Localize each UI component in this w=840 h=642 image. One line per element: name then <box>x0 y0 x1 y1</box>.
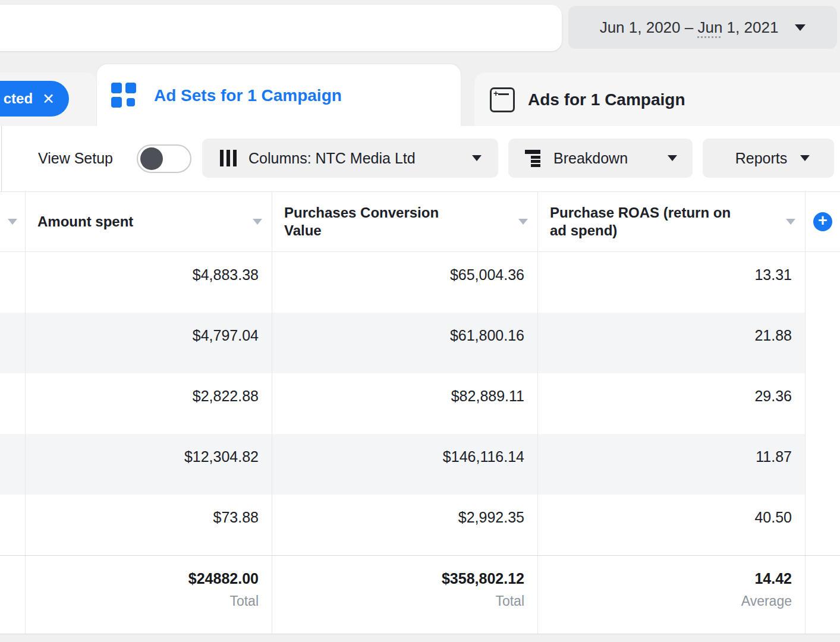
chevron-down-icon <box>668 155 677 161</box>
close-icon[interactable]: ✕ <box>42 90 55 108</box>
toggle-knob <box>140 147 163 170</box>
breakdown-button[interactable]: Breakdown <box>508 139 693 178</box>
purchases-conversion-value: $2,992.35 <box>272 495 538 555</box>
purchases-conversion-value: $146,116.14 <box>272 434 538 495</box>
sort-caret-icon <box>253 219 262 225</box>
date-range-selector[interactable]: Jun 1, 2020 – Jun 1, 2021 <box>568 6 837 49</box>
column-header-purchase-roas[interactable]: Purchase ROAS (return on ad spend) <box>538 192 806 251</box>
columns-button[interactable]: Columns: NTC Media Ltd <box>202 139 498 178</box>
ad-sets-table: Amount spent Purchases Conversion Value … <box>0 191 840 634</box>
tab-ads[interactable]: + Ads for 1 Campaign <box>474 73 840 127</box>
table-row: $4,883.38 $65,004.36 13.31 <box>0 252 840 313</box>
column-header-add: + <box>806 192 840 251</box>
chevron-down-icon <box>800 155 810 161</box>
search-bar[interactable] <box>0 5 562 51</box>
purchases-conversion-value: $65,004.36 <box>272 252 538 313</box>
chevron-down-icon <box>795 24 806 31</box>
columns-button-label: Columns: NTC Media Ltd <box>248 150 416 167</box>
totals-amount-spent: $24882.00 Total <box>26 556 272 634</box>
amount-spent-value: $2,822.88 <box>26 373 272 434</box>
date-range-underlined-word: Jun <box>697 18 722 36</box>
breakdown-icon <box>525 149 543 167</box>
tab-ads-label: Ads for 1 Campaign <box>528 90 685 109</box>
chevron-down-icon <box>472 155 482 161</box>
column-header-purchases-conversion-value[interactable]: Purchases Conversion Value <box>272 192 538 251</box>
column-header-partial[interactable] <box>0 192 26 251</box>
add-column-icon[interactable]: + <box>813 212 832 231</box>
date-range-text: Jun 1, 2020 – Jun 1, 2021 <box>600 18 779 37</box>
purchase-roas-value: 21.88 <box>538 313 806 373</box>
purchases-conversion-value: $61,800.16 <box>272 313 538 373</box>
table-totals-row: $24882.00 Total $358,802.12 Total 14.42 … <box>0 555 840 634</box>
amount-spent-value: $4,883.38 <box>26 252 272 313</box>
totals-purchase-roas: 14.42 Average <box>538 556 806 634</box>
columns-icon <box>220 150 238 166</box>
table-row: $2,822.88 $82,889.11 29.36 <box>0 373 840 434</box>
breakdown-button-label: Breakdown <box>553 150 628 167</box>
purchase-roas-value: 29.36 <box>538 373 806 434</box>
table-row: $4,797.04 $61,800.16 21.88 <box>0 313 840 373</box>
sort-caret-icon <box>786 219 795 225</box>
table-header-row: Amount spent Purchases Conversion Value … <box>0 191 840 252</box>
ad-sets-grid-icon <box>110 81 139 110</box>
amount-spent-value: $73.88 <box>26 495 272 555</box>
table-row: $12,304.82 $146,116.14 11.87 <box>0 434 840 495</box>
view-setup-label: View Setup <box>38 150 113 167</box>
sort-caret-icon <box>8 219 17 225</box>
reports-button[interactable]: Reports <box>703 139 834 178</box>
purchases-conversion-value: $82,889.11 <box>272 373 538 434</box>
purchase-roas-value: 13.31 <box>538 252 806 313</box>
amount-spent-value: $12,304.82 <box>26 434 272 495</box>
purchase-roas-value: 40.50 <box>538 495 806 555</box>
amount-spent-value: $4,797.04 <box>26 313 272 373</box>
selected-filter-pill[interactable]: cted ✕ <box>0 81 69 117</box>
totals-purchases-conversion-value: $358,802.12 Total <box>272 556 538 634</box>
column-header-amount-spent[interactable]: Amount spent <box>26 192 272 251</box>
reports-button-label: Reports <box>735 150 788 167</box>
tab-ad-sets[interactable]: Ad Sets for 1 Campaign <box>97 64 461 127</box>
purchase-roas-value: 11.87 <box>538 434 806 495</box>
view-setup-toggle[interactable] <box>137 144 191 173</box>
tab-ad-sets-label: Ad Sets for 1 Campaign <box>154 86 342 105</box>
bottom-gutter <box>0 634 840 642</box>
selected-pill-label: cted <box>4 90 33 107</box>
ads-window-icon: + <box>490 87 515 112</box>
sort-caret-icon <box>518 219 528 225</box>
table-row: $73.88 $2,992.35 40.50 <box>0 495 840 555</box>
